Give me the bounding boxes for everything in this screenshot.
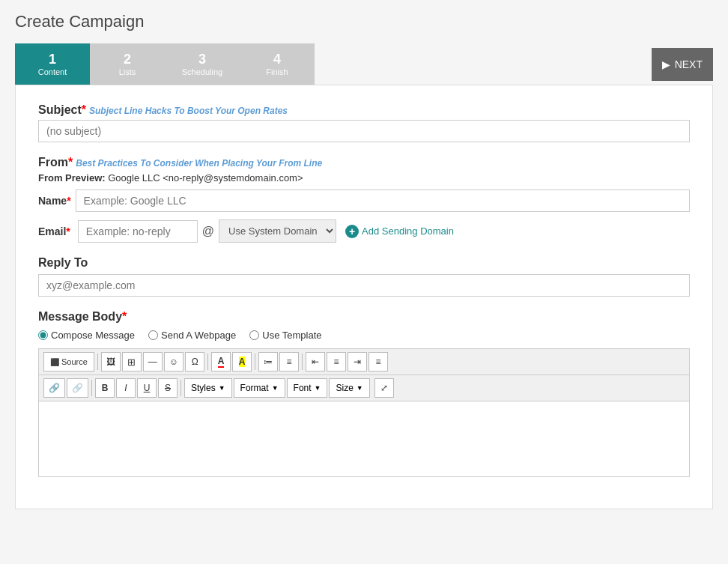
link-icon: 🔗 xyxy=(49,383,60,393)
hr-button[interactable]: — xyxy=(143,352,163,372)
italic-button[interactable]: I xyxy=(116,378,136,398)
align-justify-button[interactable]: ≡ xyxy=(368,352,388,372)
step-3-label: Scheduling xyxy=(182,67,222,76)
radio-webpage-input[interactable] xyxy=(148,330,158,340)
source-label: Source xyxy=(61,357,88,366)
email-label: Email* xyxy=(38,225,70,237)
align-left-icon: ⇤ xyxy=(312,357,319,367)
font-arrow-icon: ▼ xyxy=(315,384,321,392)
radio-template[interactable]: Use Template xyxy=(249,330,321,341)
emoji-icon: ☺ xyxy=(169,357,178,367)
step-4[interactable]: 4 Finish xyxy=(240,43,315,85)
name-label: Name* xyxy=(38,195,71,207)
size-dropdown[interactable]: Size▼ xyxy=(329,378,369,398)
step-2-label: Lists xyxy=(119,67,136,76)
unordered-list-icon: ≡ xyxy=(287,357,292,367)
separator-4 xyxy=(302,354,303,370)
message-body-label: Message Body* xyxy=(38,310,690,324)
special-char-button[interactable]: Ω xyxy=(185,352,204,372)
styles-arrow-icon: ▼ xyxy=(219,384,225,392)
size-arrow-icon: ▼ xyxy=(357,384,363,392)
message-body-radio-group: Compose Message Send A Webpage Use Templ… xyxy=(38,330,690,341)
underline-button[interactable]: U xyxy=(137,378,157,398)
align-center-icon: ≡ xyxy=(334,357,339,367)
format-dropdown[interactable]: Format▼ xyxy=(234,378,285,398)
fullscreen-button[interactable]: ⤢ xyxy=(374,378,394,398)
font-color-icon: A xyxy=(218,356,225,368)
fullscreen-icon: ⤢ xyxy=(380,383,388,393)
radio-compose-input[interactable] xyxy=(38,330,48,340)
hr-icon: — xyxy=(148,357,157,367)
domain-select[interactable]: Use System Domain xyxy=(219,219,336,243)
unordered-list-button[interactable]: ≡ xyxy=(279,352,299,372)
subject-input[interactable] xyxy=(38,120,690,142)
align-left-button[interactable]: ⇤ xyxy=(306,352,325,372)
bold-icon: B xyxy=(102,383,109,393)
name-row: Name* xyxy=(38,189,690,212)
bg-color-button[interactable]: A xyxy=(232,352,252,372)
font-dropdown[interactable]: Font▼ xyxy=(287,378,328,398)
step-1-number: 1 xyxy=(49,52,56,67)
align-right-icon: ⇥ xyxy=(354,357,361,367)
align-right-button[interactable]: ⇥ xyxy=(348,352,367,372)
subject-group: Subject*Subject Line Hacks To Boost Your… xyxy=(38,103,690,142)
email-local-input[interactable] xyxy=(78,220,198,243)
unlink-icon: 🔗 xyxy=(72,383,83,393)
align-center-button[interactable]: ≡ xyxy=(327,352,346,372)
step-4-label: Finish xyxy=(266,67,288,76)
message-body-group: Message Body* Compose Message Send A Web… xyxy=(38,310,690,477)
separator-3 xyxy=(255,354,255,370)
ordered-list-button[interactable]: ≔ xyxy=(258,352,278,372)
emoji-button[interactable]: ☺ xyxy=(164,352,183,372)
separator-5 xyxy=(91,380,92,396)
step-2[interactable]: 2 Lists xyxy=(90,43,165,85)
bg-color-icon: A xyxy=(239,357,246,367)
radio-webpage[interactable]: Send A Webpage xyxy=(148,330,236,341)
form-container: Subject*Subject Line Hacks To Boost Your… xyxy=(15,85,713,509)
image-button[interactable]: 🖼 xyxy=(101,352,121,372)
strikethrough-icon: S xyxy=(165,383,171,393)
source-button[interactable]: ⬛ Source xyxy=(43,352,94,372)
bold-button[interactable]: B xyxy=(95,378,115,398)
step-2-number: 2 xyxy=(124,52,131,67)
separator-2 xyxy=(207,354,208,370)
from-preview: From Preview: Google LLC <no-reply@syste… xyxy=(38,172,690,184)
reply-to-label: Reply To xyxy=(38,256,690,270)
ordered-list-icon: ≔ xyxy=(264,357,273,367)
table-button[interactable]: ⊞ xyxy=(122,352,142,372)
unlink-button[interactable]: 🔗 xyxy=(67,378,88,398)
radio-template-input[interactable] xyxy=(249,330,259,340)
align-justify-icon: ≡ xyxy=(376,357,381,367)
strikethrough-button[interactable]: S xyxy=(158,378,178,398)
toolbar-row-2: 🔗 🔗 B I U S xyxy=(39,375,689,401)
add-domain-label: Add Sending Domain xyxy=(362,225,454,237)
separator-6 xyxy=(181,380,181,396)
source-icon: ⬛ xyxy=(50,358,59,366)
step-3[interactable]: 3 Scheduling xyxy=(165,43,240,85)
add-domain-button[interactable]: + Add Sending Domain xyxy=(345,225,454,238)
reply-to-input[interactable] xyxy=(38,274,690,297)
subject-hint[interactable]: Subject Line Hacks To Boost Your Open Ra… xyxy=(89,106,288,116)
italic-icon: I xyxy=(124,383,127,393)
steps-row: 1 Content 2 Lists 3 Scheduling 4 Finish xyxy=(15,43,315,85)
step-4-number: 4 xyxy=(273,52,281,67)
from-group: From*Best Practices To Consider When Pla… xyxy=(38,156,690,243)
table-icon: ⊞ xyxy=(127,357,136,368)
special-char-icon: Ω xyxy=(192,357,198,367)
step-1[interactable]: 1 Content xyxy=(15,43,90,85)
next-button[interactable]: ▶ NEXT xyxy=(652,48,713,81)
name-input[interactable] xyxy=(76,189,690,212)
from-hint[interactable]: Best Practices To Consider When Placing … xyxy=(76,158,322,169)
styles-dropdown[interactable]: Styles▼ xyxy=(184,378,232,398)
radio-compose[interactable]: Compose Message xyxy=(38,330,135,341)
email-row: Email* @ Use System Domain + Add Sending… xyxy=(38,219,690,243)
editor-wrapper: ⬛ Source 🖼 ⊞ — ☺ xyxy=(38,348,690,477)
plus-icon: + xyxy=(345,225,359,238)
link-button[interactable]: 🔗 xyxy=(43,378,65,398)
at-symbol: @ xyxy=(202,225,214,238)
page-title: Create Campaign xyxy=(15,12,713,31)
reply-to-group: Reply To xyxy=(38,256,690,297)
font-color-button[interactable]: A xyxy=(211,352,231,372)
editor-body[interactable] xyxy=(39,401,689,476)
format-arrow-icon: ▼ xyxy=(272,384,279,392)
